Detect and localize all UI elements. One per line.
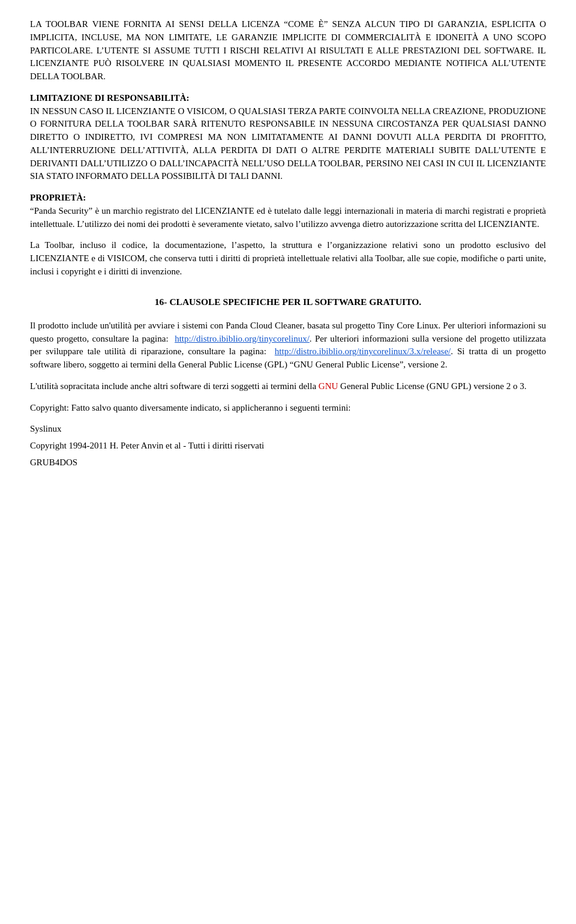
property-heading: PROPRIETÀ: (30, 193, 86, 202)
main-content: LA TOOLBAR VIENE FORNITA AI SENSI DELLA … (30, 18, 546, 470)
paragraph-toolbar-warranty: LA TOOLBAR VIENE FORNITA AI SENSI DELLA … (30, 18, 546, 83)
paragraph-product-utility: Il prodotto include un'utilità per avvia… (30, 319, 546, 372)
syslinux-label: Syslinux (30, 423, 546, 436)
paragraph-limitation-heading: LIMITAZIONE DI RESPONSABILITÀ: IN NESSUN… (30, 92, 546, 183)
gnu-link-text: GNU (319, 381, 338, 391)
paragraph-toolbar-property: La Toolbar, incluso il codice, la docume… (30, 239, 546, 278)
paragraph-property: PROPRIETÀ: “Panda Security” è un marchio… (30, 192, 546, 231)
section-16-heading: 16- CLAUSOLE SPECIFICHE PER IL SOFTWARE … (30, 295, 546, 309)
link-tinycorelinux[interactable]: http://distro.ibiblio.org/tinycorelinux/ (175, 334, 310, 343)
limitation-heading-text: LIMITAZIONE DI RESPONSABILITÀ: (30, 93, 190, 103)
grub4dos-label: GRUB4DOS (30, 456, 546, 470)
paragraph-third-party-software: L'utilità sopracitata include anche altr… (30, 380, 546, 393)
peter-anvin-copyright: Copyright 1994-2011 H. Peter Anvin et al… (30, 439, 546, 453)
link-tinycorelinux-release[interactable]: http://distro.ibiblio.org/tinycorelinux/… (275, 346, 451, 356)
copyright-items: Syslinux Copyright 1994-2011 H. Peter An… (30, 423, 546, 469)
paragraph-copyright-intro: Copyright: Fatto salvo quanto diversamen… (30, 402, 546, 415)
